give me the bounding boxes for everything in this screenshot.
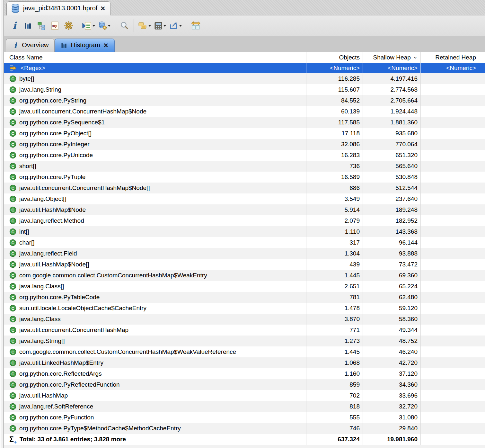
table-row[interactable]: C java.lang.Class 3.870 58.360 [4, 314, 485, 325]
class-name: java.util.HashMap$Node[] [19, 261, 89, 268]
objects-value: 115.607 [306, 84, 363, 95]
class-name: java.util.HashMap [19, 392, 68, 399]
table-row[interactable]: C com.google.common.collect.CustomConcur… [4, 270, 485, 281]
column-header-class-name[interactable]: Class Name [4, 52, 306, 63]
retained-heap-value [421, 423, 479, 434]
retained-heap-value [421, 128, 479, 139]
table-row[interactable]: C java.util.HashMap$Node[] 439 73.472 [4, 259, 485, 270]
objects-value: 17.118 [306, 128, 363, 139]
group-result-button[interactable] [137, 19, 152, 33]
objects-filter-input[interactable]: <Numeric> [306, 63, 363, 73]
customize-button[interactable] [62, 19, 75, 33]
table-row[interactable]: C org.python.core.PyInteger 32.086 770.0… [4, 139, 485, 150]
dominator-tree-button[interactable] [35, 19, 48, 33]
sort-descending-icon: ⌄ [413, 53, 418, 60]
table-row[interactable]: C java.lang.Object[] 3.549 237.640 [4, 193, 485, 204]
oql-button[interactable]: OQL [49, 19, 61, 33]
objects-value: 5.914 [306, 204, 363, 215]
table-row[interactable]: C org.python.core.PyFunction 555 31.080 [4, 412, 485, 423]
row-gutter [479, 193, 485, 204]
close-icon[interactable]: ✕ [100, 5, 105, 12]
column-header-retained-heap[interactable]: Retained Heap [421, 52, 479, 63]
close-icon[interactable]: ✕ [103, 42, 109, 49]
histogram-icon [24, 22, 32, 30]
retained-heap-filter-input[interactable]: <Numeric> [421, 63, 479, 73]
table-row[interactable]: C org.python.core.PyReflectedFunction 85… [4, 379, 485, 390]
regex-filter-input[interactable]: <Regex> [4, 63, 306, 73]
table-row[interactable]: C java.util.concurrent.ConcurrentHashMap… [4, 106, 485, 117]
table-row[interactable]: C int[] 1.110 143.368 [4, 226, 485, 237]
table-row[interactable]: C java.lang.reflect.Field 1.304 93.888 [4, 248, 485, 259]
shallow-heap-value: 4.197.416 [363, 73, 421, 84]
editor-tab-heap-dump[interactable]: java_pid34813.0001.hprof ✕ [6, 1, 111, 15]
table-row[interactable]: C org.python.core.PySequence$1 117.585 1… [4, 117, 485, 128]
table-row[interactable]: C org.python.core.PyType$MethodCache$Met… [4, 423, 485, 434]
filter-arrow-icon [9, 64, 18, 72]
svg-text:OQL: OQL [52, 24, 58, 28]
tab-overview[interactable]: i Overview [6, 39, 55, 52]
column-header-shallow-heap[interactable]: Shallow Heap ⌄ [363, 52, 421, 63]
table-row[interactable]: C java.util.HashMap$Node 5.914 189.248 [4, 204, 485, 215]
table-row[interactable]: C char[] 317 96.144 [4, 237, 485, 248]
objects-value: 555 [306, 412, 363, 423]
class-name: org.python.core.PyTableCode [19, 294, 100, 301]
table-row[interactable]: C java.lang.ref.SoftReference 818 32.720 [4, 401, 485, 412]
table-row[interactable]: C org.python.core.PyObject[] 17.118 935.… [4, 128, 485, 139]
table-row[interactable]: C org.python.core.PyUnicode 16.283 651.3… [4, 150, 485, 161]
table-row[interactable]: C org.python.core.PyTableCode 781 62.480 [4, 292, 485, 303]
table-row[interactable]: C java.lang.reflect.Method 2.079 182.952 [4, 215, 485, 226]
table-row[interactable]: C org.python.core.PyString 84.552 2.705.… [4, 95, 485, 106]
export-button[interactable] [168, 19, 183, 33]
export-icon [169, 21, 178, 30]
class-name: org.python.core.PyType$MethodCache$Metho… [19, 425, 181, 432]
histogram-button[interactable] [22, 19, 34, 33]
class-name: org.python.core.PyInteger [19, 141, 90, 148]
shallow-heap-value: 69.360 [363, 270, 421, 281]
class-name: org.python.core.ReflectedArgs [19, 370, 102, 377]
table-row[interactable]: C org.python.core.ReflectedArgs 1.160 37… [4, 368, 485, 379]
shallow-heap-filter-input[interactable]: <Numeric> [363, 63, 421, 73]
table-row[interactable]: C java.util.LinkedHashMap$Entry 1.068 42… [4, 357, 485, 368]
filter-row[interactable]: <Regex> <Numeric> <Numeric> <Numeric> [4, 63, 485, 73]
search-button[interactable] [118, 19, 130, 33]
svg-text:C: C [11, 164, 14, 169]
objects-value: 736 [306, 161, 363, 172]
retained-heap-value [421, 336, 479, 346]
compare-button[interactable] [190, 19, 202, 33]
table-row[interactable]: C java.util.HashMap 702 33.696 [4, 390, 485, 401]
oql-icon: OQL [51, 22, 59, 30]
info-button[interactable]: i [8, 19, 21, 33]
class-name: java.lang.Object[] [19, 195, 66, 202]
shallow-heap-value: 59.120 [363, 303, 421, 314]
run-expert-query-icon [82, 22, 92, 30]
retained-heap-value [421, 357, 479, 368]
retained-heap-value [421, 117, 479, 128]
tab-histogram[interactable]: Histogram ✕ [55, 39, 114, 52]
retained-heap-value [421, 390, 479, 401]
table-row[interactable]: C byte[] 116.285 4.197.416 [4, 73, 485, 84]
table-row[interactable]: C java.lang.String 115.607 2.774.568 [4, 84, 485, 95]
tab-histogram-label: Histogram [71, 41, 100, 49]
svg-text:C: C [11, 339, 14, 344]
total-retained-heap-value [421, 434, 479, 445]
column-header-objects[interactable]: Objects [306, 52, 363, 63]
table-row[interactable]: C java.lang.Class[] 2.651 65.224 [4, 281, 485, 292]
class-name: org.python.core.PyObject[] [19, 130, 92, 137]
dominator-tree-icon [37, 22, 46, 30]
retained-heap-value [421, 379, 479, 390]
heap-dump-settings-button[interactable] [97, 19, 111, 33]
calculator-button[interactable] [153, 19, 167, 33]
svg-text:C: C [11, 394, 14, 398]
total-label: Total: 33 of 3.861 entries; 3.828 more [20, 436, 126, 443]
table-row[interactable]: C java.util.concurrent.ConcurrentHashMap… [4, 325, 485, 336]
table-row[interactable]: C com.google.common.collect.CustomConcur… [4, 346, 485, 357]
partial-row-strip [4, 445, 485, 448]
row-gutter [479, 106, 485, 117]
table-row[interactable]: C short[] 736 565.640 [4, 161, 485, 172]
table-row[interactable]: C java.lang.String[] 1.273 48.752 [4, 336, 485, 346]
objects-value: 317 [306, 237, 363, 248]
table-row[interactable]: C java.util.concurrent.ConcurrentHashMap… [4, 183, 485, 193]
table-row[interactable]: C sun.util.locale.LocaleObjectCache$Cach… [4, 303, 485, 314]
run-expert-query-button[interactable] [81, 19, 96, 33]
table-row[interactable]: C org.python.core.PyTuple 16.589 530.848 [4, 172, 485, 183]
